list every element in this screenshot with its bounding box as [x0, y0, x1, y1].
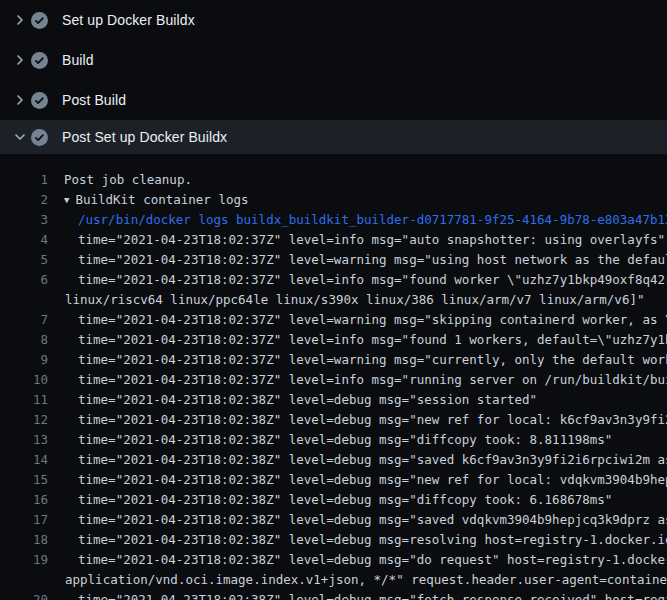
line-number	[0, 570, 48, 590]
log-text: application/vnd.oci.image.index.v1+json,…	[48, 570, 667, 590]
step-label: Post Set up Docker Buildx	[62, 129, 227, 145]
line-number	[0, 290, 48, 310]
log-line: 11time="2021-04-23T18:02:38Z" level=debu…	[0, 390, 667, 410]
log-text: time="2021-04-23T18:02:38Z" level=debug …	[48, 590, 667, 600]
group-label-text: BuildKit container logs	[75, 192, 248, 207]
log-text: linux/riscv64 linux/ppc64le linux/s390x …	[48, 290, 644, 310]
check-circle-icon	[31, 12, 48, 29]
line-number[interactable]: 18	[0, 530, 48, 550]
line-number[interactable]: 14	[0, 450, 48, 470]
line-number[interactable]: 2	[0, 190, 48, 210]
log-line: 19time="2021-04-23T18:02:38Z" level=debu…	[0, 550, 667, 570]
line-number[interactable]: 3	[0, 210, 48, 230]
log-line: 9time="2021-04-23T18:02:37Z" level=warni…	[0, 350, 667, 370]
step-row-post-build[interactable]: Post Build	[0, 80, 667, 120]
line-number[interactable]: 13	[0, 430, 48, 450]
step-row-set-up-docker-buildx[interactable]: Set up Docker Buildx	[0, 0, 667, 40]
log-line: 20time="2021-04-23T18:02:38Z" level=debu…	[0, 590, 667, 600]
log-line: 16time="2021-04-23T18:02:38Z" level=debu…	[0, 490, 667, 510]
line-number[interactable]: 11	[0, 390, 48, 410]
log-line: 7time="2021-04-23T18:02:37Z" level=warni…	[0, 310, 667, 330]
log-line: 17time="2021-04-23T18:02:38Z" level=debu…	[0, 510, 667, 530]
log-text: time="2021-04-23T18:02:37Z" level=warnin…	[48, 310, 667, 330]
log-command-text: /usr/bin/docker logs buildx_buildkit_bui…	[48, 210, 667, 230]
chevron-right-icon	[12, 92, 28, 108]
log-text: time="2021-04-23T18:02:38Z" level=debug …	[48, 430, 612, 450]
log-line: 8time="2021-04-23T18:02:37Z" level=info …	[0, 330, 667, 350]
step-list: Set up Docker Buildx Build Post Build	[0, 0, 667, 154]
line-number[interactable]: 4	[0, 230, 48, 250]
log-text: time="2021-04-23T18:02:38Z" level=debug …	[48, 510, 667, 530]
log-line: 2▼BuildKit container logs	[0, 190, 667, 210]
log-text: time="2021-04-23T18:02:38Z" level=debug …	[48, 550, 667, 570]
log-text: Post job cleanup.	[48, 170, 192, 190]
log-line: 6time="2021-04-23T18:02:37Z" level=info …	[0, 270, 667, 290]
log-text: time="2021-04-23T18:02:37Z" level=info m…	[48, 230, 665, 250]
log-line: 12time="2021-04-23T18:02:38Z" level=debu…	[0, 410, 667, 430]
log-line: 1Post job cleanup.	[0, 170, 667, 190]
chevron-right-icon	[12, 12, 28, 28]
log-area: 1Post job cleanup.2▼BuildKit container l…	[0, 154, 667, 600]
log-text: time="2021-04-23T18:02:38Z" level=debug …	[48, 470, 667, 490]
line-number[interactable]: 19	[0, 550, 48, 570]
step-row-post-set-up-docker-buildx[interactable]: Post Set up Docker Buildx	[0, 120, 667, 154]
check-circle-icon	[31, 92, 48, 109]
log-text: time="2021-04-23T18:02:38Z" level=debug …	[48, 530, 667, 550]
log-text: time="2021-04-23T18:02:37Z" level=info m…	[48, 270, 667, 290]
log-line: 5time="2021-04-23T18:02:37Z" level=warni…	[0, 250, 667, 270]
log-text: time="2021-04-23T18:02:38Z" level=debug …	[48, 490, 612, 510]
line-number[interactable]: 10	[0, 370, 48, 390]
log-line: 18time="2021-04-23T18:02:38Z" level=debu…	[0, 530, 667, 550]
line-number[interactable]: 15	[0, 470, 48, 490]
line-number[interactable]: 7	[0, 310, 48, 330]
log-line: 15time="2021-04-23T18:02:38Z" level=debu…	[0, 470, 667, 490]
check-circle-icon	[31, 129, 48, 146]
log-text: time="2021-04-23T18:02:38Z" level=debug …	[48, 390, 537, 410]
line-number[interactable]: 8	[0, 330, 48, 350]
actions-log-viewer: Set up Docker Buildx Build Post Build	[0, 0, 667, 600]
log-text: time="2021-04-23T18:02:37Z" level=info m…	[48, 330, 667, 350]
log-group-label[interactable]: ▼BuildKit container logs	[48, 190, 249, 210]
step-label: Build	[62, 52, 94, 68]
line-number[interactable]: 20	[0, 590, 48, 600]
step-row-build[interactable]: Build	[0, 40, 667, 80]
log-line: 4time="2021-04-23T18:02:37Z" level=info …	[0, 230, 667, 250]
chevron-down-icon	[12, 129, 28, 145]
log-line: 10time="2021-04-23T18:02:37Z" level=info…	[0, 370, 667, 390]
log-text: time="2021-04-23T18:02:37Z" level=warnin…	[48, 350, 667, 370]
line-number[interactable]: 6	[0, 270, 48, 290]
log-line: 3/usr/bin/docker logs buildx_buildkit_bu…	[0, 210, 667, 230]
step-label: Post Build	[62, 92, 126, 108]
log-text: time="2021-04-23T18:02:38Z" level=debug …	[48, 410, 667, 430]
log-text: time="2021-04-23T18:02:37Z" level=warnin…	[48, 250, 667, 270]
log-line-wrap: linux/riscv64 linux/ppc64le linux/s390x …	[0, 290, 667, 310]
line-number[interactable]: 17	[0, 510, 48, 530]
line-number[interactable]: 12	[0, 410, 48, 430]
line-number[interactable]: 16	[0, 490, 48, 510]
step-label: Set up Docker Buildx	[62, 12, 195, 28]
log-line: 14time="2021-04-23T18:02:38Z" level=debu…	[0, 450, 667, 470]
line-number[interactable]: 9	[0, 350, 48, 370]
log-line-wrap: application/vnd.oci.image.index.v1+json,…	[0, 570, 667, 590]
log-line: 13time="2021-04-23T18:02:38Z" level=debu…	[0, 430, 667, 450]
line-number[interactable]: 5	[0, 250, 48, 270]
group-collapse-triangle-icon[interactable]: ▼	[64, 190, 69, 210]
line-number[interactable]: 1	[0, 170, 48, 190]
chevron-right-icon	[12, 52, 28, 68]
log-text: time="2021-04-23T18:02:37Z" level=info m…	[48, 370, 667, 390]
log-text: time="2021-04-23T18:02:38Z" level=debug …	[48, 450, 667, 470]
check-circle-icon	[31, 52, 48, 69]
